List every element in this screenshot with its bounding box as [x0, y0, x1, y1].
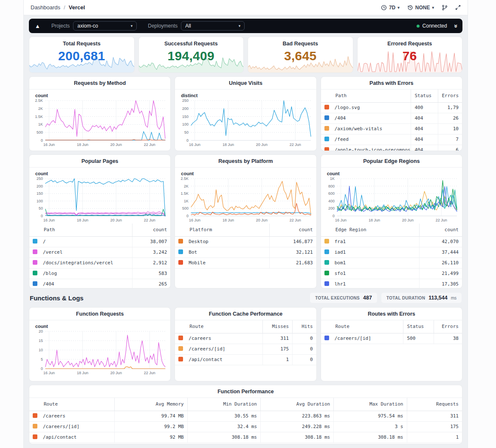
svg-text:50: 50: [39, 206, 43, 210]
series-swatch-icon: [324, 336, 329, 340]
projects-select[interactable]: axiom-co ▾: [73, 21, 137, 31]
version-branch-button[interactable]: [442, 5, 448, 11]
table-row: /blog583: [29, 268, 170, 279]
panel-title: Unique Visits: [175, 77, 316, 90]
table-header-row: PathStatusErrors: [321, 90, 462, 102]
breadcrumb-separator: /: [64, 4, 65, 11]
svg-text:200: 200: [328, 206, 335, 210]
svg-text:15: 15: [39, 339, 43, 343]
column-header: Platform: [175, 224, 269, 236]
row-value-cell: 0: [293, 333, 316, 344]
table-row: Mobile21,683: [175, 258, 316, 268]
panel-function-cache-performance: Function Cache Performance RouteMissesHi…: [175, 307, 316, 381]
table-row: /404265: [29, 279, 170, 288]
badge-label: TOTAL EXECUTIONS: [315, 296, 360, 300]
stat-value: 3,645: [248, 49, 353, 63]
row-value-cell: 311: [407, 411, 462, 421]
branch-icon: [442, 5, 448, 11]
svg-text:2K: 2K: [38, 106, 43, 111]
table-row: Bot32,121: [175, 247, 316, 258]
functions-section-header: Functions & Logs TOTAL EXECUTIONS 487 TO…: [30, 293, 462, 303]
deployments-select[interactable]: All ▾: [181, 21, 245, 31]
row-value-cell: 42,070: [420, 236, 462, 247]
line-chart: 16 Jun18 Jun20 Jun22 Jun05101520: [29, 329, 170, 376]
deployments-label: Deployments: [148, 23, 178, 29]
svg-text:18 Jun: 18 Jun: [77, 143, 88, 147]
series-swatch-icon: [33, 424, 37, 428]
time-range-dropdown[interactable]: 7D ▾: [381, 5, 400, 11]
stat-value: 200,681: [29, 49, 134, 63]
panel-title: Function Requests: [29, 308, 170, 320]
compare-dropdown[interactable]: NONE ▾: [407, 5, 434, 11]
y-axis-label: distinct: [181, 93, 316, 98]
line-chart: 16 Jun18 Jun20 Jun22 Jun050100150200250: [29, 176, 170, 224]
chevron-down-icon: ▾: [432, 6, 434, 10]
connection-status: Connected: [417, 23, 447, 29]
row-label-cell: /docs/integrations/vercel: [29, 258, 132, 268]
row-value-cell: 26: [438, 113, 462, 123]
row-label-cell: /api/contact: [29, 432, 114, 442]
svg-text:22 Jun: 22 Jun: [144, 371, 155, 375]
badge-value: 113,544: [428, 295, 448, 301]
series-swatch-icon: [33, 249, 37, 254]
stat-title: Total Requests: [29, 41, 134, 47]
row-label-cell: Bot: [175, 247, 269, 258]
row-label-cell: /404: [29, 279, 132, 288]
svg-text:800: 800: [328, 184, 335, 188]
series-swatch-icon: [324, 105, 329, 109]
panel-function-requests: Function Requests count 16 Jun18 Jun20 J…: [29, 307, 171, 381]
table-row: Desktop146,877: [175, 236, 316, 247]
routes-with-errors-table: RouteStatusErrors/careers/[id]50038: [321, 320, 462, 344]
row-value-cell: 38,007: [132, 236, 170, 247]
row-value-cell: 21,499: [420, 268, 462, 279]
charts-row-1: Requests by Method count 16 Jun18 Jun20 …: [29, 76, 462, 151]
row-label-cell: /: [29, 236, 132, 247]
row-value-cell: 311: [263, 333, 293, 344]
row-value-cell: 1,79: [438, 102, 462, 113]
svg-text:1.5K: 1.5K: [35, 115, 43, 119]
row-label-cell: /careers/[id]: [321, 333, 403, 344]
svg-text:150: 150: [37, 191, 43, 196]
svg-text:1K: 1K: [330, 176, 335, 181]
panel-paths-with-errors: Paths with Errors PathStatusErrors/logo.…: [321, 76, 462, 151]
row-value-cell: 249.228 ms: [261, 421, 334, 432]
row-value-cell: 99.74 MB: [114, 411, 187, 421]
top-header: Dashboards / Vercel 7D ▾ NONE ▾: [24, 0, 468, 15]
svg-text:16 Jun: 16 Jun: [335, 218, 347, 222]
row-value-cell: 404: [411, 134, 438, 145]
double-chevron-down-icon[interactable]: «: [451, 24, 458, 28]
table-row: /40440426: [321, 113, 462, 123]
projects-label: Projects: [51, 23, 70, 29]
svg-text:2K: 2K: [184, 184, 189, 188]
total-executions-badge: TOTAL EXECUTIONS 487: [310, 293, 377, 303]
row-value-cell: 30.55 ms: [187, 411, 260, 421]
svg-text:18 Jun: 18 Jun: [369, 218, 380, 222]
table-header-row: RouteStatusErrors: [321, 320, 462, 333]
panel-title: Popular Edge Regions: [321, 155, 462, 168]
svg-text:20 Jun: 20 Jun: [402, 218, 414, 222]
row-value-cell: 146,877: [270, 236, 316, 247]
column-header: Status: [403, 320, 434, 333]
row-label-cell: /careers: [29, 411, 114, 421]
series-swatch-icon: [33, 434, 37, 439]
series-swatch-icon: [33, 239, 37, 244]
svg-text:0: 0: [186, 214, 189, 218]
breadcrumb-dashboards[interactable]: Dashboards: [31, 4, 60, 11]
panel-function-performance: Function Performance RouteAvg MemoryMin …: [29, 385, 462, 444]
badge-label: TOTAL DURATION: [386, 296, 425, 300]
panel-requests-by-platform: Requests by Platform count 16 Jun18 Jun2…: [175, 154, 316, 288]
svg-text:0: 0: [333, 214, 335, 218]
platform-table: PlatformcountDesktop146,877Bot32,121Mobi…: [175, 224, 316, 269]
row-label-cell: lhr1: [321, 279, 420, 288]
table-row: /docs/integrations/vercel2,912: [29, 258, 170, 268]
row-value-cell: 223.863 ms: [261, 411, 334, 421]
column-header: Errors: [434, 320, 462, 333]
fullscreen-button[interactable]: [455, 5, 461, 10]
row-value-cell: 10: [438, 123, 462, 134]
left-margin: [0, 0, 24, 448]
table-row: /api/contact92 MB308.18 ms308.18 ms308.1…: [29, 432, 462, 442]
dashboard-main: Dashboards / Vercel 7D ▾ NONE ▾: [24, 0, 468, 448]
series-swatch-icon: [324, 281, 329, 286]
svg-text:100: 100: [37, 199, 43, 203]
badge-unit: ms: [451, 296, 457, 300]
